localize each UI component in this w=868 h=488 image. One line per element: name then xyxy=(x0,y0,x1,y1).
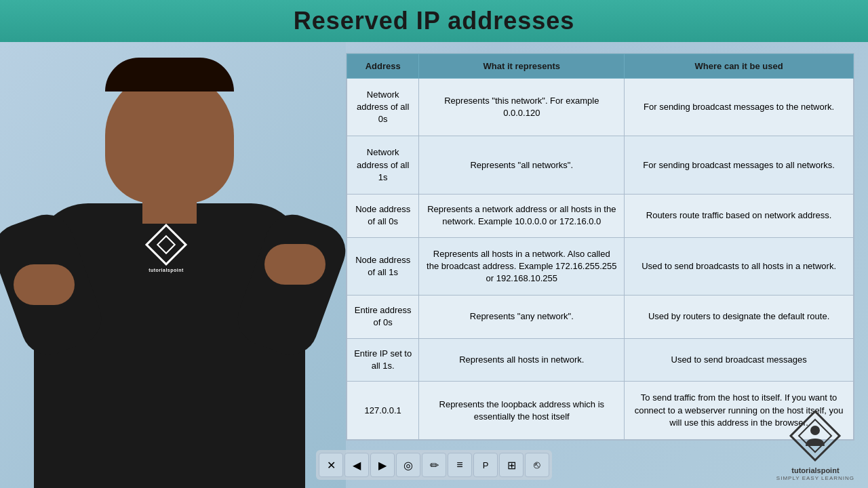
col-header-usage: Where can it be used xyxy=(625,54,854,79)
cell-address: Entire IP set to all 1s. xyxy=(347,338,419,382)
table-row: Network address of all 1sRepresents "all… xyxy=(347,136,854,194)
table-row: Entire IP set to all 1s.Represents all h… xyxy=(347,338,854,382)
svg-marker-1 xyxy=(799,420,831,452)
ip-table: Address What it represents Where can it … xyxy=(347,54,854,440)
toolbar-btn-close[interactable]: ✕ xyxy=(319,453,343,477)
cell-represents: Represents "all networks". xyxy=(419,136,625,194)
cell-address: Node address of all 1s xyxy=(347,237,419,295)
toolbar-btn-pen[interactable]: ✏ xyxy=(422,453,446,477)
toolbar-btn-grid[interactable]: ⊞ xyxy=(499,453,524,477)
brand-tagline: SIMPLY EASY LEARNING xyxy=(776,475,854,481)
cell-represents: Represents all hosts in network. xyxy=(419,338,625,382)
cell-usage: Used to send broadcasts to all hosts in … xyxy=(625,237,854,295)
table-row: Entire address of 0sRepresents "any netw… xyxy=(347,296,854,339)
cell-usage: Routers route traffic based on network a… xyxy=(625,194,854,237)
table-container: Address What it represents Where can it … xyxy=(346,53,854,441)
toolbar-btn-forward[interactable]: ▶ xyxy=(370,453,395,477)
toolbar-btn-chart[interactable]: Ρ xyxy=(473,453,498,477)
svg-point-2 xyxy=(810,426,820,435)
col-header-represents: What it represents xyxy=(419,54,625,79)
cell-represents: Represents "any network". xyxy=(419,296,625,339)
person-left-hand xyxy=(14,264,75,305)
cell-address: Node address of all 0s xyxy=(347,194,419,237)
toolbar: ✕ ◀ ▶ ◎ ✏ ≡ Ρ ⊞ ⎋ xyxy=(316,450,552,480)
cell-represents: Represents the loopback address which is… xyxy=(419,382,625,440)
table-row: Node address of all 0sRepresents a netwo… xyxy=(347,194,854,237)
cell-represents: Represents all hosts in a network. Also … xyxy=(419,237,625,295)
person-right-hand xyxy=(264,244,326,285)
cell-address: Network address of all 0s xyxy=(347,79,419,136)
cell-address: 127.0.0.1 xyxy=(347,382,419,440)
brand-name: tutorialspoint xyxy=(791,466,839,475)
cell-usage: Used by routers to designate the default… xyxy=(625,296,854,339)
person-hair xyxy=(105,58,234,92)
shirt-logo-text: tutorialspoint xyxy=(149,268,184,272)
cell-represents: Represents a network address or all host… xyxy=(419,194,625,237)
cell-usage: For sending broadcast messages to the ne… xyxy=(625,79,854,136)
toolbar-btn-back[interactable]: ◀ xyxy=(344,453,369,477)
toolbar-btn-circle[interactable]: ◎ xyxy=(396,453,420,477)
brand-logo: tutorialspoint SIMPLY EASY LEARNING xyxy=(776,409,854,481)
cell-address: Network address of all 1s xyxy=(347,136,419,194)
table-row: Node address of all 1sRepresents all hos… xyxy=(347,237,854,295)
shirt-logo: tutorialspoint xyxy=(132,217,200,285)
toolbar-btn-escape[interactable]: ⎋ xyxy=(525,453,549,477)
title-text: Reserved IP addresses xyxy=(294,7,575,35)
cell-represents: Represents "this network". For example 0… xyxy=(419,79,625,136)
page-title: Reserved IP addresses xyxy=(0,0,868,42)
toolbar-btn-lines[interactable]: ≡ xyxy=(448,453,472,477)
cell-usage: For sending broadcast messages to all ne… xyxy=(625,136,854,194)
presenter-area: tutorialspoint xyxy=(0,42,346,488)
cell-usage: Used to send broadcast messages xyxy=(625,338,854,382)
table-row: Network address of all 0sRepresents "thi… xyxy=(347,79,854,136)
cell-address: Entire address of 0s xyxy=(347,296,419,339)
brand-diamond-svg xyxy=(788,409,842,463)
col-header-address: Address xyxy=(347,54,419,79)
